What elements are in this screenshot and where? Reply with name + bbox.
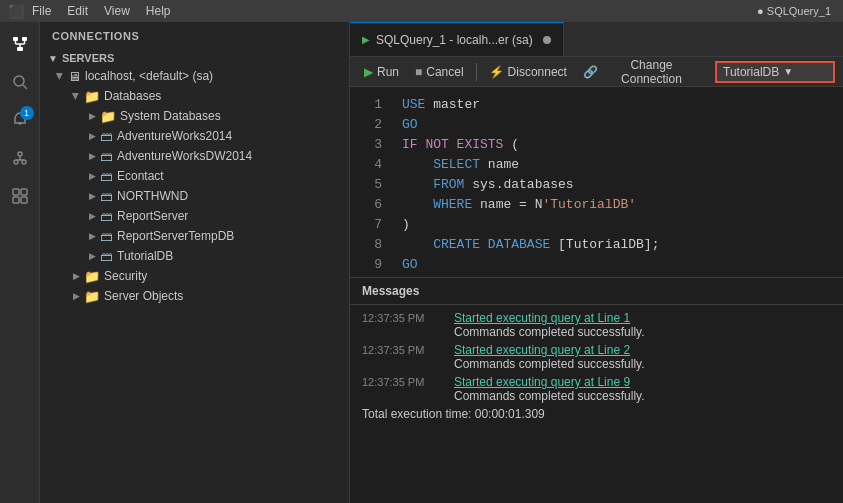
tree-item-adventureworksdw[interactable]: ▶ 🗃 AdventureWorksDW2014 <box>40 146 349 166</box>
run-button[interactable]: ▶ Run <box>358 63 405 81</box>
menu-help[interactable]: Help <box>146 4 171 18</box>
awdw-arrow: ▶ <box>84 148 100 164</box>
extensions-sidebar-btn[interactable] <box>2 178 38 214</box>
svg-rect-17 <box>13 189 19 195</box>
msg-detail-0: Commands completed successfully. <box>454 325 645 339</box>
connections-tree: ▼ SERVERS ▶ 🖥 localhost, <default> (sa) … <box>40 46 349 503</box>
connections-header: CONNECTIONS <box>40 22 349 46</box>
folder-icon: 📁 <box>100 109 116 124</box>
rstmp-label: ReportServerTempDB <box>117 229 234 243</box>
aw-label: AdventureWorks2014 <box>117 129 232 143</box>
msg-time-2: 12:37:35 PM <box>362 376 442 388</box>
svg-rect-2 <box>17 47 23 51</box>
system-db-label: System Databases <box>120 109 221 123</box>
tree-item-reportserver[interactable]: ▶ 🗃 ReportServer <box>40 206 349 226</box>
disconnect-button[interactable]: ⚡ Disconnect <box>483 63 573 81</box>
svg-rect-0 <box>13 37 18 41</box>
econtact-arrow: ▶ <box>84 168 100 184</box>
connections-sidebar-btn[interactable] <box>2 26 38 62</box>
msg-link-1[interactable]: Started executing query at Line 2 <box>454 343 630 357</box>
msg-link-2[interactable]: Started executing query at Line 9 <box>454 375 630 389</box>
app-logo: ⬛ <box>8 4 24 19</box>
serverobj-label: Server Objects <box>104 289 183 303</box>
server-icon: 🖥 <box>68 69 81 84</box>
svg-line-8 <box>23 85 27 89</box>
tree-item-tutorialdb[interactable]: ▶ 🗃 TutorialDB <box>40 246 349 266</box>
notification-badge: 1 <box>20 106 34 120</box>
run-label: Run <box>377 65 399 79</box>
db-icon: 🗃 <box>100 129 113 144</box>
total-time: Total execution time: 00:00:01.309 <box>362 407 831 421</box>
disconnect-icon: ⚡ <box>489 65 504 79</box>
connections-panel: CONNECTIONS ▼ SERVERS ▶ 🖥 localhost, <de… <box>40 22 350 503</box>
message-row-2: 12:37:35 PM Started executing query at L… <box>362 373 831 405</box>
message-row-0: 12:37:35 PM Started executing query at L… <box>362 309 831 341</box>
db-icon: 🗃 <box>100 149 113 164</box>
tree-item-system-databases[interactable]: ▶ 📁 System Databases <box>40 106 349 126</box>
notifications-sidebar-btn[interactable]: 1 <box>2 102 38 138</box>
menu-edit[interactable]: Edit <box>67 4 88 18</box>
msg-link-0[interactable]: Started executing query at Line 1 <box>454 311 630 325</box>
svg-point-11 <box>18 152 22 156</box>
svg-rect-19 <box>13 197 19 203</box>
folder-icon: 📁 <box>84 289 100 304</box>
run-icon: ▶ <box>364 65 373 79</box>
serverobj-arrow: ▶ <box>68 288 84 304</box>
msg-time-0: 12:37:35 PM <box>362 312 442 324</box>
change-conn-label: Change Connection <box>602 58 701 86</box>
messages-panel: Messages 12:37:35 PM Started executing q… <box>350 277 843 437</box>
tree-item-security[interactable]: ▶ 📁 Security <box>40 266 349 286</box>
message-row-1: 12:37:35 PM Started executing query at L… <box>362 341 831 373</box>
svg-rect-20 <box>21 197 27 203</box>
separator <box>476 63 477 81</box>
msg-detail-2: Commands completed successfully. <box>454 389 645 403</box>
security-label: Security <box>104 269 147 283</box>
db-icon: 🗃 <box>100 169 113 184</box>
tab-dot <box>543 36 551 44</box>
tutdb-label: TutorialDB <box>117 249 173 263</box>
right-panel: ▶ SQLQuery_1 - localh...er (sa) ▶ Run ■ … <box>350 22 843 503</box>
svg-rect-18 <box>21 189 27 195</box>
msg-time-1: 12:37:35 PM <box>362 344 442 356</box>
menu-bar: File Edit View Help <box>32 4 171 18</box>
tree-item-server-objects[interactable]: ▶ 📁 Server Objects <box>40 286 349 306</box>
menu-view[interactable]: View <box>104 4 130 18</box>
tree-item-northwnd[interactable]: ▶ 🗃 NORTHWND <box>40 186 349 206</box>
localhost-arrow: ▶ <box>52 68 68 84</box>
system-db-arrow: ▶ <box>84 108 100 124</box>
cancel-button[interactable]: ■ Cancel <box>409 63 470 81</box>
code-editor[interactable]: 12345 678910 1112 USE master GO IF NOT E… <box>350 87 843 277</box>
db-icon: 🗃 <box>100 209 113 224</box>
rs-arrow: ▶ <box>84 208 100 224</box>
svg-rect-1 <box>22 37 27 41</box>
tree-item-adventureworks[interactable]: ▶ 🗃 AdventureWorks2014 <box>40 126 349 146</box>
aw-arrow: ▶ <box>84 128 100 144</box>
tree-item-localhost[interactable]: ▶ 🖥 localhost, <default> (sa) <box>40 66 349 86</box>
title-bar: ⬛ File Edit View Help ● SQLQuery_1 <box>0 0 843 22</box>
tab-sqlquery1[interactable]: ▶ SQLQuery_1 - localh...er (sa) <box>350 22 564 56</box>
dropdown-arrow-icon: ▼ <box>783 66 793 77</box>
folder-icon: 📁 <box>84 269 100 284</box>
messages-content: 12:37:35 PM Started executing query at L… <box>350 305 843 437</box>
window-title: ● SQLQuery_1 <box>757 5 831 17</box>
databases-arrow: ▶ <box>68 88 84 104</box>
search-sidebar-btn[interactable] <box>2 64 38 100</box>
folder-icon: 📁 <box>84 89 100 104</box>
git-sidebar-btn[interactable] <box>2 140 38 176</box>
change-conn-icon: 🔗 <box>583 65 598 79</box>
messages-header: Messages <box>350 278 843 305</box>
servers-arrow: ▼ <box>48 53 58 64</box>
change-connection-button[interactable]: 🔗 Change Connection <box>577 56 707 88</box>
tree-item-reportservertemp[interactable]: ▶ 🗃 ReportServerTempDB <box>40 226 349 246</box>
northwnd-label: NORTHWND <box>117 189 188 203</box>
database-dropdown[interactable]: TutorialDB ▼ <box>715 61 835 83</box>
rs-label: ReportServer <box>117 209 188 223</box>
servers-header[interactable]: ▼ SERVERS <box>40 50 349 66</box>
tree-item-econtact[interactable]: ▶ 🗃 Econtact <box>40 166 349 186</box>
code-content[interactable]: USE master GO IF NOT EXISTS ( SELECT nam… <box>390 87 843 277</box>
tree-item-databases[interactable]: ▶ 📁 Databases <box>40 86 349 106</box>
awdw-label: AdventureWorksDW2014 <box>117 149 252 163</box>
cancel-label: Cancel <box>426 65 463 79</box>
disconnect-label: Disconnect <box>508 65 567 79</box>
menu-file[interactable]: File <box>32 4 51 18</box>
